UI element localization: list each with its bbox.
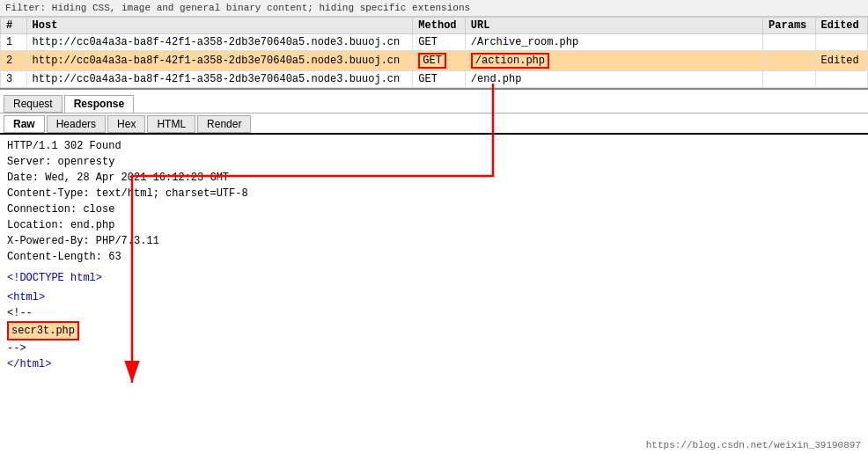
col-header-params: Params [763,18,815,34]
cell-method: GET [413,51,465,71]
comment-open: <!-- [7,305,861,321]
sub-tab-headers[interactable]: Headers [47,115,106,133]
col-header-url: URL [465,18,762,34]
response-line: Content-Type: text/html; charset=UTF-8 [7,186,861,201]
col-header-method: Method [413,18,465,34]
cell-edited: Edited [815,51,867,71]
col-header-host: Host [26,18,413,34]
request-table-wrapper: # Host Method URL Params Edited 1http://… [0,17,868,90]
col-header-num: # [1,18,27,34]
html-close: </html> [7,356,861,372]
table-row[interactable]: 1http://cc0a4a3a-ba8f-42f1-a358-2db3e706… [1,34,868,51]
cell-num: 3 [1,71,27,88]
cell-url: /action.php [465,51,762,71]
sub-tab-hex[interactable]: Hex [107,115,145,133]
tabs-section: RequestResponse [0,95,868,114]
response-line: Server: openresty [7,154,861,170]
secret-line: secr3t.php [7,321,861,340]
response-line: Connection: close [7,201,861,217]
comment-close: --> [7,340,861,356]
watermark: https://blog.csdn.net/weixin_39190897 [646,440,861,450]
cell-method: GET [413,34,465,51]
response-line: X-Powered-By: PHP/7.3.11 [7,233,861,249]
main-tabs-row: RequestResponse [4,95,864,113]
cell-num: 1 [1,34,27,51]
secret-value: secr3t.php [7,321,79,340]
url-box: /action.php [471,53,549,69]
cell-num: 2 [1,51,27,71]
tab-response[interactable]: Response [64,95,134,113]
sub-tab-raw[interactable]: Raw [4,115,45,133]
response-line: Date: Wed, 28 Apr 2021 16:12:23 GMT [7,170,861,186]
html-open: <html> [7,289,861,305]
sub-tab-render[interactable]: Render [197,115,251,133]
cell-params [763,34,815,51]
cell-host: http://cc0a4a3a-ba8f-42f1-a358-2db3e7064… [26,34,413,51]
filter-bar: Filter: Hiding CSS, image and general bi… [0,0,868,17]
cell-edited [815,34,867,51]
response-line: HTTP/1.1 302 Found [7,138,861,154]
response-line: Content-Length: 63 [7,249,861,265]
tab-request[interactable]: Request [4,95,63,113]
request-table: # Host Method URL Params Edited 1http://… [0,17,868,88]
html-doctype: <!DOCTYPE html> [7,270,861,286]
cell-host: http://cc0a4a3a-ba8f-42f1-a358-2db3e7064… [26,71,413,88]
col-header-edited: Edited [815,18,867,34]
sub-tabs-row: RawHeadersHexHTMLRender [0,115,868,135]
cell-url: /Archive_room.php [465,34,762,51]
cell-params [763,71,815,88]
method-box: GET [418,53,446,69]
sub-tab-html[interactable]: HTML [147,115,195,133]
table-row[interactable]: 2http://cc0a4a3a-ba8f-42f1-a358-2db3e706… [1,51,868,71]
table-row[interactable]: 3http://cc0a4a3a-ba8f-42f1-a358-2db3e706… [1,71,868,88]
filter-text: Filter: Hiding CSS, image and general bi… [5,3,470,13]
cell-edited [815,71,867,88]
cell-params [763,51,815,71]
cell-host: http://cc0a4a3a-ba8f-42f1-a358-2db3e7064… [26,51,413,71]
response-content: HTTP/1.1 302 FoundServer: openrestyDate:… [0,135,868,376]
cell-method: GET [413,71,465,88]
cell-url: /end.php [465,71,762,88]
response-line: Location: end.php [7,217,861,233]
